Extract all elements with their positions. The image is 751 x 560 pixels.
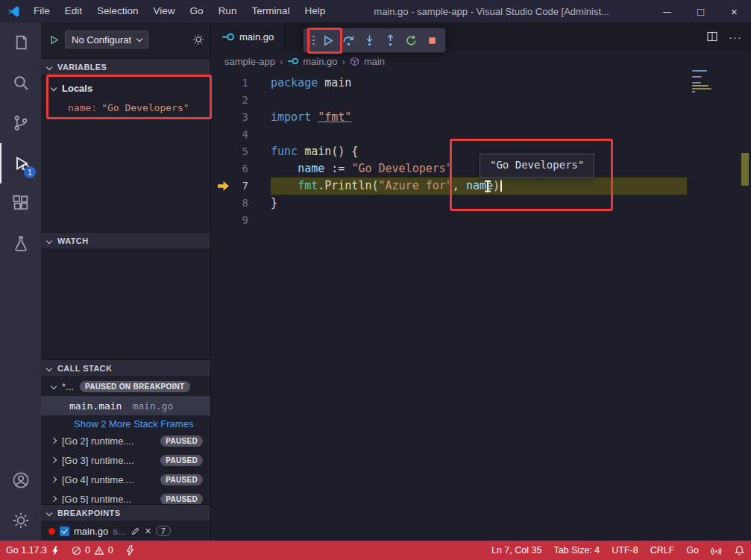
debug-session-icon[interactable] [119,541,141,560]
start-debug-icon[interactable] [48,34,60,45]
paused-badge: PAUSED [160,474,203,485]
minimap[interactable] [692,70,717,94]
notifications-bell-icon[interactable] [728,545,751,556]
status-go-version[interactable]: Go 1.17.3 [0,541,66,560]
debug-settings-gear-icon[interactable] [192,34,204,45]
edit-breakpoint-icon[interactable] [131,526,141,536]
error-icon [72,546,81,556]
variable-name: name: [68,102,97,113]
code-line[interactable]: import "fmt" [271,109,751,126]
extensions-icon[interactable] [0,183,41,224]
call-stack-header-label: CALL STACK [57,364,112,373]
split-editor-icon[interactable] [706,31,718,43]
title-bar: File Edit Selection View Go Run Terminal… [0,0,751,22]
tab-main-go[interactable]: main.go [211,22,285,51]
chevron-right-icon [51,457,57,463]
vscode-window: File Edit Selection View Go Run Terminal… [0,0,751,560]
status-problems[interactable]: 0 0 [66,541,119,560]
breadcrumb-folder[interactable]: sample-app [224,56,275,67]
menu-file[interactable]: File [26,0,57,22]
step-into-button[interactable] [359,30,380,51]
code-lines[interactable]: package mainimport "fmt"func main() { na… [271,75,751,229]
code-line[interactable]: package main [271,75,751,92]
minimize-button[interactable]: ─ [650,0,684,22]
breakpoint-path-hint: s... [113,526,125,537]
call-stack-session-row[interactable]: *... PAUSED ON BREAKPOINT [41,377,210,395]
variables-scope-locals[interactable]: Locals [41,80,210,96]
step-out-button[interactable] [380,30,400,51]
menu-view[interactable]: View [146,0,183,22]
explorer-icon[interactable] [0,22,41,63]
thread-row-go4[interactable]: [Go 4] runtime.... PAUSED [41,470,210,489]
stop-button[interactable] [421,30,442,51]
debug-config-dropdown[interactable]: No Configurat [65,31,148,48]
thread-row-go3[interactable]: [Go 3] runtime.... PAUSED [41,450,210,470]
breakpoints-section-header[interactable]: BREAKPOINTS [41,504,210,520]
status-line-col[interactable]: Ln 7, Col 35 [486,545,547,556]
code-line[interactable] [271,126,751,143]
paused-badge: PAUSED [160,455,203,466]
stack-frame-row[interactable]: main.main main.go [41,396,210,415]
menu-edit[interactable]: Edit [57,0,89,22]
close-button[interactable]: × [717,0,751,22]
chevron-down-icon [51,383,57,389]
watch-section-header[interactable]: WATCH [41,232,210,248]
gutter[interactable]: 123456789 [211,75,265,229]
breadcrumb-symbol[interactable]: main [364,56,385,67]
variable-value: "Go Developers" [101,102,189,113]
symbol-package-icon [350,57,359,66]
variable-row-name[interactable]: name: "Go Developers" [41,99,210,116]
status-tab-size[interactable]: Tab Size: 4 [547,545,606,556]
status-encoding[interactable]: UTF-8 [606,545,644,556]
menu-go[interactable]: Go [183,0,211,22]
line-number: 1 [211,75,248,92]
step-over-button[interactable] [338,30,359,51]
drag-handle[interactable] [307,34,317,47]
variables-section-header[interactable]: VARIABLES [41,58,210,75]
breakpoint-file: main.go [74,526,108,537]
line-number: 8 [211,195,248,212]
paused-on-breakpoint-badge: PAUSED ON BREAKPOINT [80,381,190,392]
status-language[interactable]: Go [680,545,705,556]
tab-bar: main.go ··· [211,22,751,51]
go-file-icon [287,57,298,65]
menu-terminal[interactable]: Terminal [244,0,297,22]
code-line[interactable] [271,92,751,109]
menu-run[interactable]: Run [211,0,245,22]
overview-ruler-marker[interactable] [741,153,749,186]
code-line[interactable]: fmt.Println("Azure for", name) [271,177,687,195]
frame-function: main.main [69,400,122,412]
call-stack-section-header[interactable]: CALL STACK [41,359,210,376]
run-debug-icon[interactable]: 1 [0,143,41,183]
menu-selection[interactable]: Selection [89,0,146,22]
maximize-button[interactable]: □ [684,0,717,22]
restart-button[interactable] [400,30,421,51]
go-file-icon [221,33,234,41]
breakpoint-row[interactable]: main.go s... × 7 [41,522,210,540]
chevron-down-icon [46,509,52,515]
show-more-frames-link[interactable]: Show 2 More Stack Frames [41,415,210,432]
thread-row-go2[interactable]: [Go 2] runtime.... PAUSED [41,431,210,450]
tab-label: main.go [239,31,274,43]
status-bar-right: Ln 7, Col 35 Tab Size: 4 UTF-8 CRLF Go [486,545,751,556]
continue-button[interactable] [317,30,338,51]
tools-bolt-icon [51,546,60,556]
testing-beaker-icon[interactable] [0,224,41,264]
remove-breakpoint-icon[interactable]: × [145,526,151,536]
status-eol[interactable]: CRLF [644,545,681,556]
remote-broadcast-icon[interactable] [705,545,728,556]
search-icon[interactable] [0,63,41,103]
warning-icon [94,546,104,556]
chevron-down-icon [136,36,142,42]
code-line[interactable] [271,212,751,229]
menu-help[interactable]: Help [297,0,333,22]
code-line[interactable]: } [271,195,751,212]
account-icon[interactable] [0,460,41,500]
settings-gear-icon[interactable] [0,500,41,541]
source-control-icon[interactable] [0,103,41,143]
more-actions-icon[interactable]: ··· [729,31,742,43]
breakpoint-checkbox[interactable] [60,526,69,536]
vscode-logo-icon [7,5,20,18]
breadcrumb-separator: › [280,56,283,67]
breadcrumb-file[interactable]: main.go [303,56,337,67]
